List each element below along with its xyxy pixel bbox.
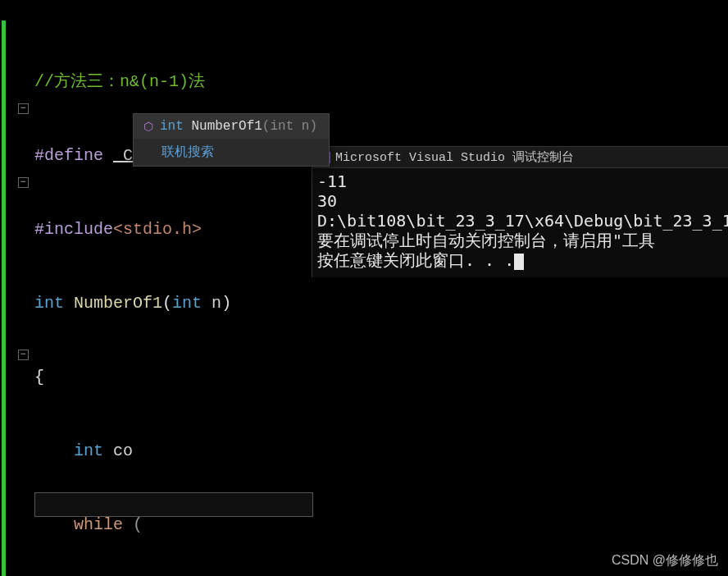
change-indicator [2,21,6,576]
code-editor[interactable]: − − − //方法三：n&(n-1)法 #define _CRT_SECURE… [0,0,728,576]
gutter: − − − [11,21,34,365]
watermark: CSDN @修修修也 [612,552,718,569]
tooltip-search-link[interactable]: 联机搜索 [134,139,329,166]
while-keyword: while [74,515,123,534]
fold-icon[interactable]: − [18,350,29,360]
console-output: -11 30 D:\bit108\bit_23_3_17\x64\Debug\b… [312,168,728,273]
console-title-text: Microsoft Visual Studio 调试控制台 [335,149,574,165]
fold-icon[interactable]: − [18,103,29,114]
function-name: NumberOf1 [74,294,162,313]
tooltip-signature[interactable]: ⬡ int NumberOf1(int n) [134,114,329,139]
include-keyword: #include [34,220,113,239]
fold-icon[interactable]: − [18,177,29,188]
type-int: int [34,294,64,313]
comment: //方法三：n&(n-1)法 [34,72,205,91]
console-titlebar: ⋈ Microsoft Visual Studio 调试控制台 [312,147,728,168]
debug-console[interactable]: ⋈ Microsoft Visual Studio 调试控制台 -11 30 D… [312,146,728,277]
include-header: <stdio.h> [113,220,202,239]
code-area[interactable]: //方法三：n&(n-1)法 #define _CRT_SECURE_NO_WA… [34,21,359,576]
open-brace: { [34,368,44,386]
intellisense-tooltip[interactable]: ⬡ int NumberOf1(int n) 联机搜索 [133,113,330,167]
cube-icon: ⬡ [143,120,153,134]
cursor-icon [514,254,524,270]
define-keyword: #define [34,146,103,165]
